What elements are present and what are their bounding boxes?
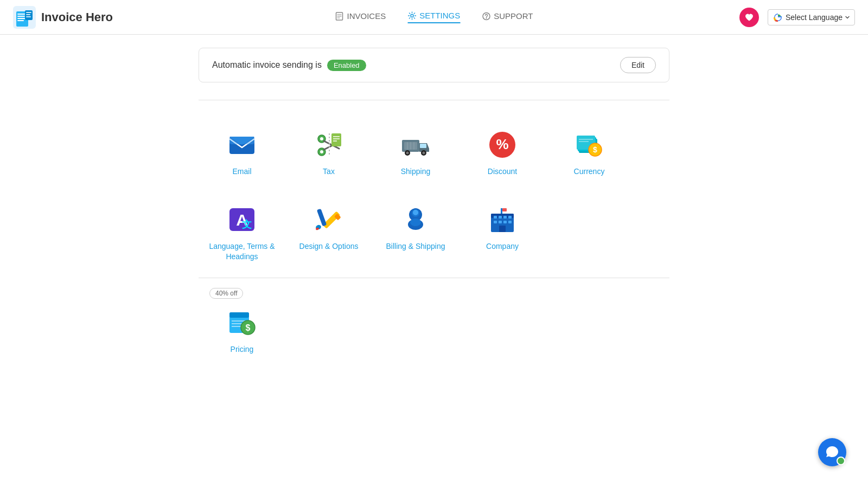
discount-icon: % bbox=[486, 129, 519, 161]
svg-text:文: 文 bbox=[242, 219, 252, 230]
logo-area[interactable]: Invoice Hero bbox=[13, 6, 113, 29]
settings-item-billing[interactable]: Billing & Shipping bbox=[372, 192, 459, 273]
pricing-label: Pricing bbox=[231, 344, 254, 355]
svg-rect-26 bbox=[331, 133, 341, 146]
svg-rect-9 bbox=[26, 16, 31, 17]
svg-rect-3 bbox=[17, 16, 25, 17]
currency-icon: $ bbox=[573, 129, 605, 161]
svg-rect-74 bbox=[502, 208, 507, 211]
tax-icon bbox=[312, 129, 345, 161]
settings-item-pricing[interactable]: 40% off $ Pricing bbox=[199, 296, 285, 366]
discount-label: Discount bbox=[488, 166, 517, 177]
svg-rect-73 bbox=[501, 208, 502, 214]
svg-rect-69 bbox=[499, 221, 502, 223]
enabled-badge: Enabled bbox=[327, 60, 366, 71]
email-icon bbox=[226, 129, 258, 161]
app-header: Invoice Hero INVOICES SETTINGS bbox=[0, 0, 868, 35]
svg-rect-8 bbox=[26, 14, 30, 15]
shipping-icon bbox=[399, 129, 432, 161]
chat-icon bbox=[825, 445, 839, 459]
google-logo-icon bbox=[773, 12, 783, 23]
language-label: Select Language bbox=[786, 13, 843, 22]
chat-bubble[interactable] bbox=[818, 438, 846, 466]
svg-rect-52 bbox=[323, 211, 341, 229]
heart-button[interactable] bbox=[739, 8, 759, 27]
pricing-section: 40% off $ Pricing bbox=[199, 296, 669, 366]
app-title: Invoice Hero bbox=[41, 10, 113, 24]
heart-icon bbox=[744, 12, 754, 22]
svg-rect-4 bbox=[17, 18, 26, 19]
svg-rect-7 bbox=[26, 12, 31, 13]
svg-rect-64 bbox=[494, 216, 497, 219]
settings-item-currency[interactable]: $ Currency bbox=[546, 118, 633, 188]
pricing-badge: 40% off bbox=[209, 288, 243, 299]
settings-item-shipping[interactable]: Shipping bbox=[372, 118, 459, 188]
svg-rect-54 bbox=[317, 208, 327, 226]
nav-support-label: SUPPORT bbox=[494, 11, 533, 21]
edit-button[interactable]: Edit bbox=[620, 57, 656, 73]
design-icon bbox=[312, 203, 345, 236]
svg-rect-76 bbox=[229, 312, 249, 318]
logo-icon bbox=[13, 6, 36, 29]
svg-rect-71 bbox=[508, 221, 512, 223]
svg-rect-5 bbox=[17, 20, 24, 21]
settings-item-email[interactable]: Email bbox=[199, 118, 285, 188]
pricing-icon: $ bbox=[226, 306, 258, 339]
svg-rect-65 bbox=[499, 216, 502, 219]
support-icon bbox=[482, 12, 490, 21]
company-icon bbox=[486, 203, 519, 236]
svg-point-60 bbox=[413, 210, 418, 215]
currency-label: Currency bbox=[574, 166, 605, 177]
svg-point-20 bbox=[320, 137, 323, 140]
design-label: Design & Options bbox=[299, 241, 359, 252]
language-label: Language, Terms & Headings bbox=[204, 241, 280, 262]
svg-rect-31 bbox=[420, 144, 426, 148]
svg-rect-68 bbox=[494, 221, 497, 223]
settings-item-company[interactable]: Company bbox=[459, 192, 546, 273]
status-bar: Automatic invoice sending is Enabled Edi… bbox=[199, 48, 669, 82]
svg-point-33 bbox=[406, 152, 409, 155]
svg-rect-67 bbox=[508, 216, 512, 219]
settings-item-language[interactable]: A 文 Language, Terms & Headings bbox=[199, 192, 285, 273]
settings-icon bbox=[407, 11, 416, 20]
language-selector[interactable]: Select Language bbox=[768, 9, 855, 25]
svg-rect-66 bbox=[503, 216, 507, 219]
section-divider-2 bbox=[199, 278, 669, 278]
email-label: Email bbox=[232, 166, 251, 177]
nav-settings[interactable]: SETTINGS bbox=[407, 11, 460, 23]
settings-item-tax[interactable]: Tax bbox=[285, 118, 372, 188]
main-content: Automatic invoice sending is Enabled Edi… bbox=[190, 35, 678, 378]
language-icon: A 文 bbox=[226, 203, 258, 236]
settings-item-discount[interactable]: % Discount bbox=[459, 118, 546, 188]
main-nav: INVOICES SETTINGS SUPPORT bbox=[335, 11, 533, 23]
svg-text:$: $ bbox=[593, 145, 597, 154]
settings-item-design[interactable]: Design & Options bbox=[285, 192, 372, 273]
svg-point-35 bbox=[423, 152, 425, 155]
svg-text:$: $ bbox=[246, 323, 251, 332]
settings-row-1: Email bbox=[199, 118, 669, 188]
tax-label: Tax bbox=[323, 166, 335, 177]
invoices-icon bbox=[335, 12, 344, 21]
svg-point-61 bbox=[410, 219, 421, 226]
nav-invoices-label: INVOICES bbox=[347, 11, 386, 21]
svg-point-14 bbox=[411, 14, 413, 17]
status-message: Automatic invoice sending is bbox=[212, 60, 322, 70]
settings-row-2: A 文 Language, Terms & Headings bbox=[199, 192, 669, 273]
nav-settings-label: SETTINGS bbox=[419, 11, 460, 20]
shipping-label: Shipping bbox=[401, 166, 431, 177]
billing-icon bbox=[399, 203, 432, 236]
section-divider-1 bbox=[199, 100, 669, 100]
nav-support[interactable]: SUPPORT bbox=[482, 11, 533, 23]
header-right: Select Language bbox=[739, 8, 855, 27]
company-label: Company bbox=[486, 241, 519, 252]
svg-rect-18 bbox=[229, 137, 254, 144]
status-text: Automatic invoice sending is Enabled bbox=[212, 60, 366, 71]
nav-invoices[interactable]: INVOICES bbox=[335, 11, 386, 23]
svg-rect-70 bbox=[503, 221, 507, 223]
svg-rect-72 bbox=[499, 226, 506, 232]
svg-point-22 bbox=[320, 150, 323, 153]
chevron-down-icon bbox=[845, 15, 850, 20]
billing-label: Billing & Shipping bbox=[386, 241, 445, 252]
svg-text:%: % bbox=[496, 136, 508, 152]
